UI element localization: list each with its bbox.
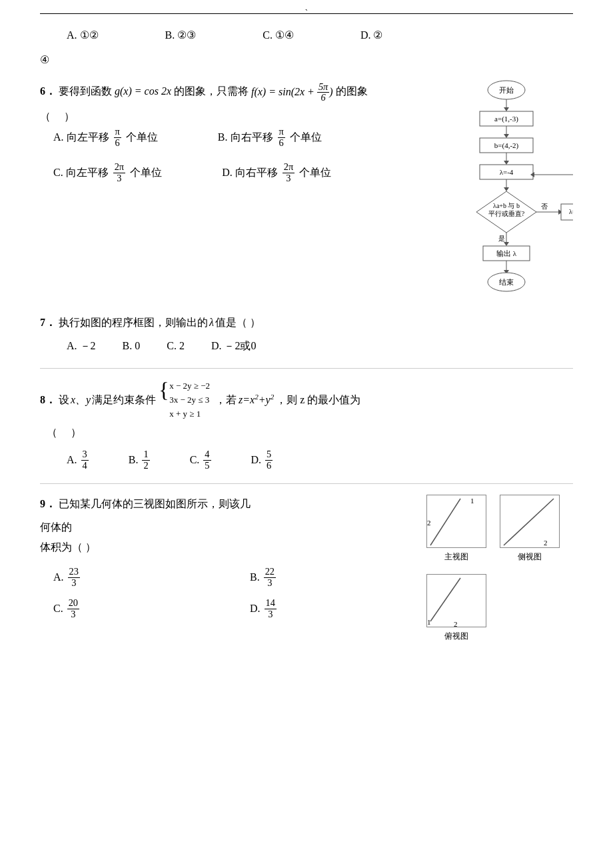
fc-step2: b=(4,-2) (494, 141, 519, 150)
fc-no-label: 否 (541, 203, 548, 210)
q6-f-func: f(x) = sin(2x + 5π6) (251, 82, 333, 104)
svg-marker-2 (504, 107, 509, 111)
q7-option-c: C. 2 (167, 337, 185, 356)
q8-text-mid: 满足约束条件 (92, 391, 156, 410)
q7-a-value: －2 (80, 337, 96, 356)
q6-options: A. 向左平移 π6 个单位 B. 向右平移 π6 个单位 C. (53, 127, 426, 183)
q8-paren: （ ） (47, 423, 573, 443)
q5-b-value: ②③ (177, 26, 196, 45)
svg-text:2: 2 (427, 519, 431, 527)
q9-text-block: 9． 已知某几何体的三视图如图所示，则该几 何体的 体积为（ ） A. 233 … (40, 495, 406, 620)
q9-d-frac: 143 (265, 598, 277, 620)
three-views: 1 2 主视图 2 侧视图 (426, 495, 573, 644)
q5-c-label: C. (263, 26, 273, 45)
fc-yes-label: 是 (498, 235, 505, 242)
q6-b-text: 向右平移 (231, 128, 273, 147)
side-view-svg: 2 (500, 495, 560, 549)
q7-c-value: 2 (179, 337, 185, 356)
q8-option-c: C. 45 (190, 449, 211, 471)
q8-option-a: A. 34 (67, 449, 89, 471)
top-view-container: 1 2 俯视图 (426, 574, 486, 644)
q6-content: 6． 要得到函数 g(x) = cos 2x 的图象，只需将 f(x) = si… (40, 82, 573, 302)
front-view-container: 1 2 主视图 (426, 495, 486, 565)
q6-option-b: B. 向右平移 π6 个单位 (218, 127, 322, 149)
views-top-row: 1 2 主视图 2 侧视图 (426, 495, 560, 565)
q7-options: A. －2 B. 0 C. 2 D. －2或0 (67, 337, 573, 356)
q8-text-end: ，则 z 的最小值为 (276, 391, 360, 410)
svg-text:2: 2 (454, 620, 458, 628)
q5-option-d: D. ② (360, 26, 383, 45)
mid-divider2 (40, 483, 573, 484)
q5-trailing: ④ (40, 51, 573, 70)
fc-start: 开始 (499, 86, 514, 94)
constraint-brace: { (159, 379, 169, 401)
svg-line-30 (430, 578, 460, 621)
q7-section: 7． 执行如图的程序框图，则输出的 λ 值是（ ） A. －2 B. 0 C. … (40, 313, 573, 356)
q5-d-label: D. (360, 26, 371, 45)
q7-num: 7． (40, 313, 56, 333)
front-view-label: 主视图 (426, 550, 486, 565)
q6-a-text: 向左平移 (67, 128, 109, 147)
q9-a-frac: 233 (68, 567, 80, 589)
q6-a-unit: 个单位 (126, 128, 158, 147)
q9-option-c: C. 203 (53, 598, 210, 620)
q8-num: 8． (40, 391, 56, 410)
svg-line-25 (430, 499, 460, 545)
svg-text:1: 1 (470, 497, 474, 505)
q5-b-label: B. (165, 26, 175, 45)
q6-d-text: 向右平移 (235, 163, 278, 183)
q8-z-def: z=x2+y2 (239, 390, 274, 410)
q9-a-label: A. (53, 568, 64, 587)
q9-d-label: D. (250, 599, 261, 619)
q6-text-end: 的图象 (336, 82, 368, 101)
constraint-lines: x − 2y ≥ −2 3x − 2y ≤ 3 x + y ≥ 1 (167, 379, 210, 421)
q6-b-frac: π6 (278, 127, 285, 149)
q6-options-row1: A. 向左平移 π6 个单位 B. 向右平移 π6 个单位 (53, 127, 322, 149)
q6-a-label: A. (53, 128, 64, 147)
front-view-svg: 1 2 (427, 495, 487, 549)
q9-option-d: D. 143 (250, 598, 406, 620)
q5-c-value: ①④ (275, 26, 294, 45)
q6-num: 6． (40, 82, 56, 101)
q6-option-a: A. 向左平移 π6 个单位 (53, 127, 158, 149)
q8-a-frac: 34 (81, 449, 89, 471)
q7-option-a: A. －2 (67, 337, 96, 356)
q8-section: 8． 设 x、y 满足约束条件 { x − 2y ≥ −2 3x − 2y ≤ … (40, 379, 573, 471)
q6-option-d: D. 向右平移 2π3 个单位 (222, 162, 331, 184)
q6-d-frac: 2π3 (283, 162, 295, 184)
constraint-2: 3x − 2y ≤ 3 (169, 393, 210, 407)
q7-a-label: A. (67, 337, 77, 356)
q5-a-label: A. (67, 26, 77, 45)
top-view-label: 俯视图 (426, 629, 486, 644)
q6-text-mid: 的图象，只需将 (174, 82, 249, 101)
q5-option-b: B. ②③ (165, 26, 197, 45)
q6-a-frac: π6 (114, 127, 121, 149)
q8-text-before: 设 (59, 391, 69, 410)
q7-option-d: D. －2或0 (211, 337, 257, 356)
constraint-3: x + y ≥ 1 (169, 407, 210, 421)
q7-text2: 值是（ ） (215, 313, 261, 333)
side-view-label: 侧视图 (500, 550, 560, 565)
svg-text:1: 1 (427, 618, 431, 626)
q9-row: 9． 已知某几何体的三视图如图所示，则该几 (40, 495, 406, 514)
svg-marker-14 (504, 242, 509, 246)
side-view: 2 (500, 495, 560, 548)
constraint-system: { x − 2y ≥ −2 3x − 2y ≤ 3 x + y ≥ 1 (159, 379, 210, 421)
q6-c-label: C. (53, 163, 63, 183)
q8-d-label: D. (251, 451, 262, 470)
fc-diamond-line1: λa+b 与 b (493, 202, 520, 209)
front-view: 1 2 (426, 495, 486, 548)
mid-divider (40, 368, 573, 369)
q9-c-label: C. (53, 599, 63, 619)
q9-content: 9． 已知某几何体的三视图如图所示，则该几 何体的 体积为（ ） A. 233 … (40, 495, 573, 644)
q8-row: 8． 设 x、y 满足约束条件 { x − 2y ≥ −2 3x − 2y ≤ … (40, 379, 573, 421)
q6-b-unit: 个单位 (290, 128, 322, 147)
fc-no-action: λ=λ+1 (569, 208, 573, 215)
flowchart-svg: 开始 a=(1,-3) b=(4,-2) λ=-4 (440, 75, 573, 295)
q9-c-frac: 203 (67, 598, 79, 620)
q8-option-b: B. 12 (129, 449, 150, 471)
flowchart-container: 开始 a=(1,-3) b=(4,-2) λ=-4 (440, 75, 573, 302)
top-view-svg: 1 2 (427, 575, 487, 628)
q8-options: A. 34 B. 12 C. 45 D. 56 (67, 449, 573, 471)
q7-d-label: D. (211, 337, 222, 356)
